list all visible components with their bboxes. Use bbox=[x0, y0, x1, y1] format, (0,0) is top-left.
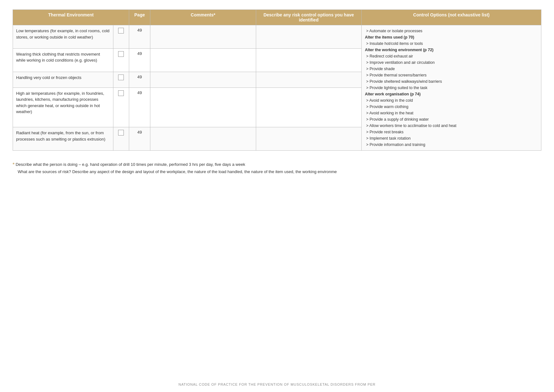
control-avoid-heat: Avoid working in the heat bbox=[365, 110, 538, 116]
checkbox-2[interactable] bbox=[118, 51, 124, 57]
comments-2[interactable] bbox=[150, 48, 256, 72]
header-thermal: Thermal Environment bbox=[13, 10, 129, 25]
checkbox-cell-4 bbox=[113, 87, 129, 127]
header-describe: Describe any risk control options you ha… bbox=[256, 10, 362, 25]
header-comments: Comments* bbox=[150, 10, 256, 25]
checkbox-1[interactable] bbox=[118, 28, 124, 33]
comments-1[interactable] bbox=[150, 25, 256, 49]
page-2: 49 bbox=[129, 48, 150, 72]
describe-1[interactable] bbox=[256, 25, 362, 49]
control-redirect: Redirect cold exhaust air bbox=[365, 53, 538, 59]
checkbox-4[interactable] bbox=[118, 90, 124, 96]
hazard-radiant-heat: Radiant heat (for example, from the sun,… bbox=[13, 127, 113, 151]
hazard-thick-clothing: Wearing thick clothing that restricts mo… bbox=[13, 48, 113, 72]
comments-3[interactable] bbox=[150, 72, 256, 87]
control-options: Automate or isolate processes Alter the … bbox=[362, 25, 541, 151]
footer-notes: * Describe what the person is doing – e.… bbox=[13, 160, 541, 175]
hazard-high-air-temp: High air temperatures (for example, in f… bbox=[13, 87, 113, 127]
control-warm-clothing: Provide warm clothing bbox=[365, 104, 538, 110]
describe-3[interactable] bbox=[256, 72, 362, 87]
control-alter-work-header: Alter work organisation (p 74) bbox=[365, 91, 538, 97]
control-avoid-cold: Avoid working in the cold bbox=[365, 97, 538, 104]
control-lighting: Provide lighting suited to the task bbox=[365, 85, 538, 91]
page-3: 49 bbox=[129, 72, 150, 87]
checkbox-3[interactable] bbox=[118, 75, 124, 80]
asterisk-icon: * bbox=[13, 161, 15, 167]
checkbox-cell-2 bbox=[113, 48, 129, 72]
checkbox-5[interactable] bbox=[118, 130, 124, 136]
header-page: Page bbox=[129, 10, 150, 25]
page-5: 49 bbox=[129, 127, 150, 151]
header-control: Control Options (not exhaustive list) bbox=[362, 10, 541, 25]
page-1: 49 bbox=[129, 25, 150, 49]
control-ventilation: Improve ventilation and air circulation bbox=[365, 59, 538, 66]
checkbox-cell-5 bbox=[113, 127, 129, 151]
control-task-rotation: Implement task rotation bbox=[365, 135, 538, 142]
page-4: 49 bbox=[129, 87, 150, 127]
footer-note1: Describe what the person is doing – e.g.… bbox=[15, 162, 245, 167]
control-rest-breaks: Provide rest breaks bbox=[365, 129, 538, 135]
table-row: Low temperatures (for example, in cool r… bbox=[13, 25, 541, 49]
control-insulate: Insulate hot/cold items or tools bbox=[365, 40, 538, 47]
checkbox-cell-1 bbox=[113, 25, 129, 49]
control-shade: Provide shade bbox=[365, 66, 538, 72]
control-walkways: Provide sheltered walkways/wind barriers bbox=[365, 78, 538, 85]
control-drinking-water: Provide a supply of drinking water bbox=[365, 116, 538, 123]
hazard-low-temp: Low temperatures (for example, in cool r… bbox=[13, 25, 113, 49]
describe-5[interactable] bbox=[256, 127, 362, 151]
control-automate: Automate or isolate processes bbox=[365, 28, 538, 34]
control-info-training: Provide information and training bbox=[365, 142, 538, 148]
comments-4[interactable] bbox=[150, 87, 256, 127]
footer-bottom: NATIONAL CODE OF PRACTICE FOR THE PREVEN… bbox=[0, 383, 554, 386]
control-screens: Provide thermal screens/barriers bbox=[365, 72, 538, 78]
checkbox-cell-3 bbox=[113, 72, 129, 87]
footer-note2: What are the sources of risk? Describe a… bbox=[18, 169, 337, 174]
describe-2[interactable] bbox=[256, 48, 362, 72]
control-alter-items-header: Alter the items used (p 70) bbox=[365, 34, 538, 40]
control-alter-env-header: Alter the working environment (p 72) bbox=[365, 47, 538, 53]
comments-5[interactable] bbox=[150, 127, 256, 151]
control-acclimatise: Allow workers time to acclimatise to col… bbox=[365, 123, 538, 129]
hazard-frozen-objects: Handling very cold or frozen objects bbox=[13, 72, 113, 87]
describe-4[interactable] bbox=[256, 87, 362, 127]
